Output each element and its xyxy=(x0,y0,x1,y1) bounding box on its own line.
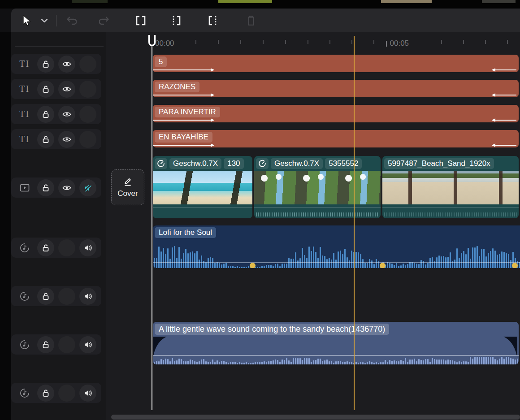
lock-track-button[interactable] xyxy=(37,179,54,196)
video-clip-header: Geschw.0.7X 5355552 xyxy=(254,156,381,171)
volume-keyframe[interactable] xyxy=(512,263,518,268)
text-anim-in-indicator xyxy=(153,120,214,121)
eye-icon xyxy=(62,111,71,117)
text-track-icon: TI xyxy=(16,131,33,148)
video-clip-name: 5997487_Beach_Sand_1920x xyxy=(384,158,494,169)
mute-track-button[interactable] xyxy=(79,179,96,196)
select-tool-button[interactable] xyxy=(17,12,35,30)
text-track-header-1: TI xyxy=(11,54,101,74)
lock-track-button[interactable] xyxy=(37,56,54,73)
toggle-visibility-button[interactable] xyxy=(58,131,75,148)
text-anim-out-indicator xyxy=(492,120,516,121)
video-thumbnails xyxy=(153,171,252,204)
text-clip-4[interactable]: EN BAYAHÍBE xyxy=(153,130,519,147)
audio-clip-wave-sound[interactable]: A little gentle wave sound coming to the… xyxy=(153,322,519,364)
lock-track-button[interactable] xyxy=(37,106,54,123)
text-clip-2[interactable]: RAZONES xyxy=(153,80,519,97)
text-anim-out-indicator xyxy=(492,95,516,95)
volume-keyframe[interactable] xyxy=(380,263,386,268)
speed-label: Geschw.0.7X xyxy=(271,158,323,169)
track-header-panel: TI TI TI xyxy=(11,32,106,420)
lock-open-icon xyxy=(42,85,50,94)
text-clip-label: PARA INVERTIR xyxy=(155,107,220,117)
video-clip-3[interactable]: 5997487_Beach_Sand_1920x xyxy=(382,156,519,218)
lock-track-button[interactable] xyxy=(37,131,54,148)
toggle-visibility-button[interactable] xyxy=(58,56,75,73)
lock-open-icon xyxy=(42,292,50,301)
audio-track-header-1 xyxy=(11,238,101,258)
text-track-header-4: TI xyxy=(11,129,101,149)
video-audio-baseline xyxy=(254,207,381,208)
lock-track-button[interactable] xyxy=(37,239,54,256)
text-track-icon: TI xyxy=(16,56,33,73)
media-panel-bottom-edge xyxy=(0,0,520,9)
timeline-start-line xyxy=(152,46,152,410)
speaker-icon xyxy=(83,244,92,252)
fade-out-indicator[interactable] xyxy=(502,337,517,356)
volume-line[interactable] xyxy=(153,355,519,356)
split-keep-right-button[interactable] xyxy=(204,12,221,30)
volume-track-button[interactable] xyxy=(79,385,96,402)
audio-track-header-3 xyxy=(11,334,101,355)
empty-slot xyxy=(58,239,75,256)
horizontal-scrollbar[interactable] xyxy=(111,415,520,420)
audio-track-icon xyxy=(16,385,33,402)
volume-track-button[interactable] xyxy=(79,288,96,305)
select-tool-dropdown[interactable] xyxy=(35,12,53,30)
lock-track-button[interactable] xyxy=(37,385,54,402)
text-clip-1[interactable]: 5 xyxy=(153,55,519,72)
split-keep-left-button[interactable] xyxy=(168,12,186,30)
video-clip-1[interactable]: Geschw.0.7X 130 xyxy=(153,156,252,218)
text-track-icon: TI xyxy=(16,81,33,98)
redo-button[interactable] xyxy=(96,12,114,30)
volume-keyframe[interactable] xyxy=(250,263,256,268)
speaker-icon xyxy=(83,341,92,349)
audio-track-header-2 xyxy=(11,286,101,306)
video-editor-timeline-panel: TI TI TI xyxy=(0,0,520,420)
timeline-toolbar xyxy=(11,9,520,32)
delete-button[interactable] xyxy=(242,12,260,30)
media-thumb-sliver xyxy=(482,0,516,3)
playhead[interactable] xyxy=(354,36,355,410)
split-button[interactable] xyxy=(132,12,150,30)
text-clip-3[interactable]: PARA INVERTIR xyxy=(153,105,519,122)
toggle-visibility-button[interactable] xyxy=(58,81,75,98)
audio-track-icon xyxy=(16,239,33,256)
undo-button[interactable] xyxy=(62,12,80,30)
text-clip-label: RAZONES xyxy=(155,82,199,92)
lock-track-button[interactable] xyxy=(37,336,54,353)
speed-gauge-icon xyxy=(155,158,167,169)
time-ruler[interactable]: 00:00 00:05 xyxy=(106,32,520,51)
timeline-area[interactable]: 00:00 00:05 Cover 5 RAZONES PARA INVERTI… xyxy=(106,32,520,420)
edit-cover-button[interactable]: Cover xyxy=(111,169,144,205)
text-track-icon: TI xyxy=(16,106,33,123)
volume-line[interactable] xyxy=(153,262,520,263)
audio-track-header-4 xyxy=(11,383,101,403)
audio-clip-lofi[interactable]: Lofi for the Soul xyxy=(153,225,520,268)
volume-track-button[interactable] xyxy=(79,336,96,353)
lock-open-icon xyxy=(42,340,50,349)
ruler-label-0005: 00:05 xyxy=(386,39,409,48)
toggle-visibility-button[interactable] xyxy=(58,106,75,123)
media-thumb-sliver xyxy=(218,0,272,3)
undo-icon xyxy=(65,16,77,26)
eye-icon xyxy=(62,136,71,143)
lock-track-button[interactable] xyxy=(37,81,54,98)
video-clip-header: Geschw.0.7X 130 xyxy=(153,156,252,171)
volume-track-button[interactable] xyxy=(79,239,96,256)
lock-open-icon xyxy=(42,60,50,69)
video-track-icon xyxy=(16,179,33,196)
eye-icon xyxy=(62,86,71,92)
fade-in-indicator[interactable] xyxy=(153,337,168,356)
lock-open-icon xyxy=(42,135,50,144)
toggle-visibility-button[interactable] xyxy=(58,179,75,196)
video-clip-2[interactable]: Geschw.0.7X 5355552 xyxy=(254,156,381,218)
panel-divider xyxy=(15,46,104,47)
audio-track-icon xyxy=(16,288,33,305)
empty-slot xyxy=(79,56,96,73)
timeline-start-pin[interactable] xyxy=(148,35,156,47)
video-track-header xyxy=(11,178,101,198)
video-clip-name: 130 xyxy=(224,158,243,169)
lock-track-button[interactable] xyxy=(37,288,54,305)
media-thumb-sliver xyxy=(381,0,432,3)
